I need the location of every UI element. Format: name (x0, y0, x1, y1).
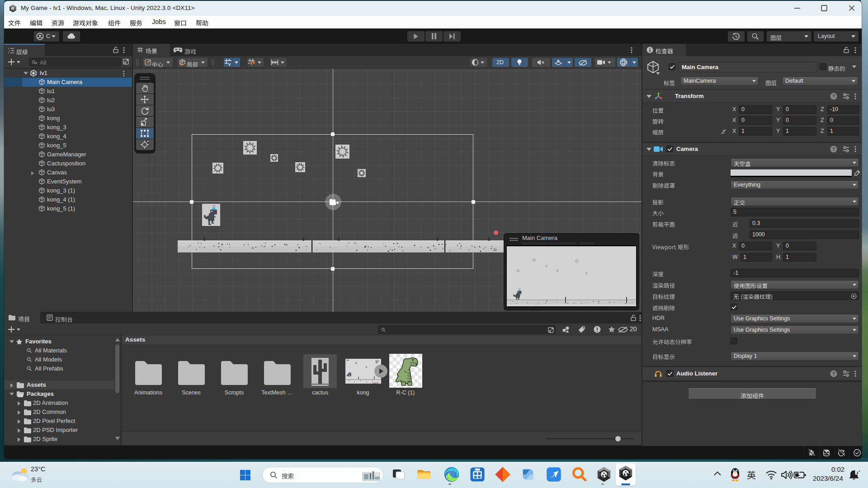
svg-text:?: ? (832, 94, 835, 99)
svg-text:Y: Y (228, 62, 231, 66)
svg-text:?: ? (832, 371, 835, 376)
svg-text:z: z (859, 469, 860, 472)
svg-text:z: z (856, 470, 858, 475)
svg-text:?: ? (832, 146, 835, 152)
